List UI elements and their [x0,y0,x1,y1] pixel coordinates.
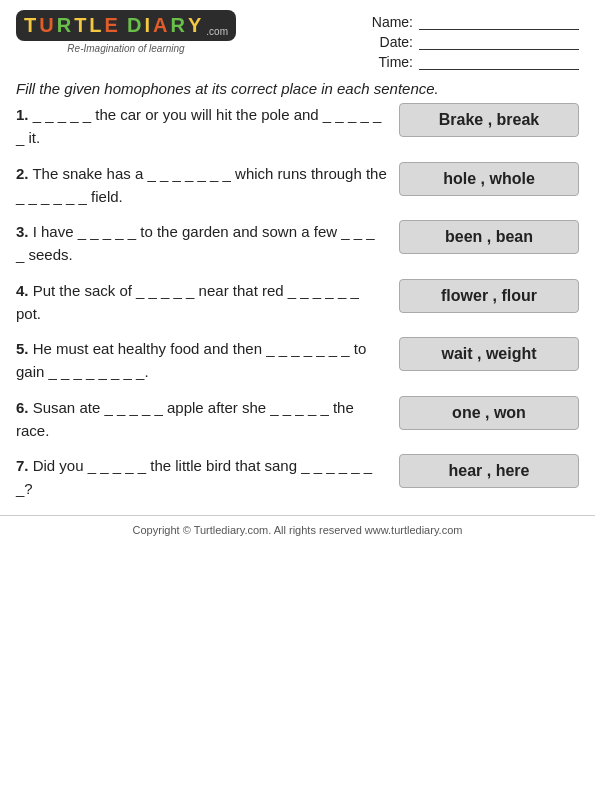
name-fields: Name: Date: Time: [371,14,579,70]
question-6: one , won6. Susan ate _ _ _ _ _ apple af… [16,396,579,447]
question-5: wait , weight5. He must eat healthy food… [16,337,579,388]
logo-letter: E [105,14,119,37]
logo-com: .com [206,26,228,37]
footer: Copyright © Turtlediary.com. All rights … [0,515,595,544]
answer-box-3: been , bean [399,220,579,254]
logo-area: T U R T L E D I A R Y .com Re-Imaginatio… [16,10,236,54]
instructions: Fill the given homophones at its correct… [0,70,595,103]
logo-letter: I [145,14,152,37]
time-label: Time: [371,54,413,70]
logo-letter: U [39,14,54,37]
logo-letter: L [89,14,102,37]
logo-letter: T [74,14,87,37]
answer-box-4: flower , flour [399,279,579,313]
date-label: Date: [371,34,413,50]
logo-letter: D [127,14,142,37]
time-field-row: Time: [371,54,579,70]
logo-letter: R [57,14,72,37]
content: Brake , break1. _ _ _ _ _ the car or you… [0,103,595,505]
name-label: Name: [371,14,413,30]
logo-letter: R [171,14,186,37]
logo-letter: A [153,14,168,37]
time-line [419,54,579,70]
answer-box-1: Brake , break [399,103,579,137]
logo-letter: Y [188,14,202,37]
date-line [419,34,579,50]
question-1: Brake , break1. _ _ _ _ _ the car or you… [16,103,579,154]
question-3: been , bean3. I have _ _ _ _ _ to the ga… [16,220,579,271]
answer-box-7: hear , here [399,454,579,488]
question-2: hole , whole2. The snake has a _ _ _ _ _… [16,162,579,213]
answer-box-2: hole , whole [399,162,579,196]
question-7: hear , here7. Did you _ _ _ _ _ the litt… [16,454,579,505]
name-field-row: Name: [371,14,579,30]
logo-subtitle: Re-Imagination of learning [67,43,184,54]
date-field-row: Date: [371,34,579,50]
logo-letter: T [24,14,37,37]
logo-box: T U R T L E D I A R Y .com [16,10,236,41]
question-4: flower , flour4. Put the sack of _ _ _ _… [16,279,579,330]
answer-box-5: wait , weight [399,337,579,371]
answer-box-6: one , won [399,396,579,430]
name-line [419,14,579,30]
